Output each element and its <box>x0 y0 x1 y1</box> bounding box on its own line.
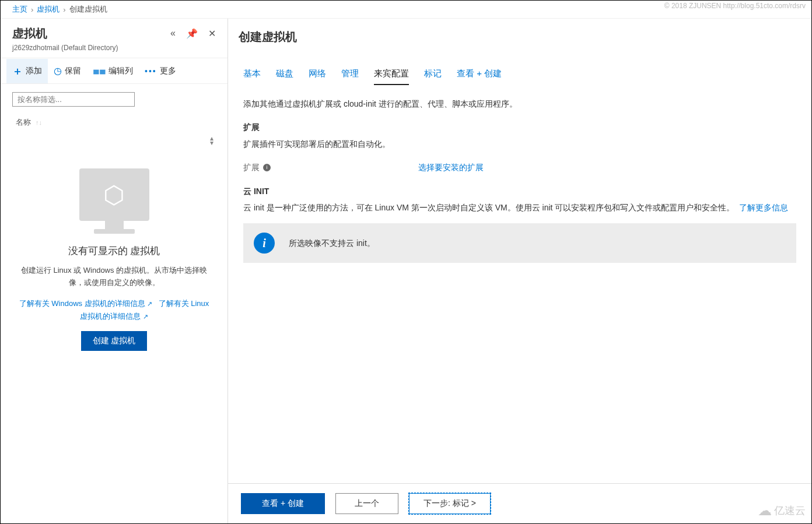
chevron-right-icon: › <box>31 5 33 14</box>
close-icon[interactable]: ✕ <box>208 28 216 39</box>
cube-icon: ⬡ <box>103 181 125 209</box>
toolbar-label: 更多 <box>160 66 176 76</box>
tab-disk[interactable]: 磁盘 <box>276 68 293 85</box>
clock-icon <box>54 65 62 76</box>
empty-description: 创建运行 Linux 或 Windows 的虚拟机。从市场中选择映像，或使用自定… <box>12 265 216 289</box>
empty-state: ⬡ 没有可显示的 虚拟机 创建运行 Linux 或 Windows 的虚拟机。从… <box>1 145 228 363</box>
add-button[interactable]: ＋ 添加 <box>6 59 48 83</box>
cloudinit-heading: 云 INIT <box>243 185 796 198</box>
collapse-icon[interactable]: « <box>170 28 176 39</box>
learn-more-link[interactable]: 了解更多信息 <box>739 203 788 212</box>
tab-basic[interactable]: 基本 <box>243 68 261 85</box>
logo-watermark: 亿速云 <box>758 502 806 519</box>
create-vm-panel: 创建虚拟机 基本 磁盘 网络 管理 来宾配置 标记 查看 + 创建 添加其他通过… <box>228 19 811 523</box>
page-title: 创建虚拟机 <box>228 29 811 68</box>
edit-columns-button[interactable]: ≣≣ 编辑列 <box>87 59 139 83</box>
monitor-icon: ⬡ <box>74 168 155 234</box>
next-button[interactable]: 下一步: 标记 > <box>409 493 491 514</box>
column-label: 名称 <box>16 117 31 128</box>
vm-list-panel: 虚拟机 « 📌 ✕ j2629zdhotmail (Default Direct… <box>1 19 228 523</box>
tab-content: 添加其他通过虚拟机扩展或 cloud-init 进行的配置、代理、脚本或应用程序… <box>228 86 811 483</box>
dots-icon: ••• <box>145 66 157 76</box>
cloudinit-desc: 云 init 是一种广泛使用的方法，可在 Linux VM 第一次启动时自定义该… <box>243 201 796 214</box>
cloudinit-desc-text: 云 init 是一种广泛使用的方法，可在 Linux VM 第一次启动时自定义该… <box>243 203 734 212</box>
previous-button[interactable]: 上一个 <box>335 493 398 514</box>
panel-subtitle: j2629zdhotmail (Default Directory) <box>1 44 228 58</box>
tab-network[interactable]: 网络 <box>309 68 326 85</box>
wizard-footer: 查看 + 创建 上一个 下一步: 标记 > <box>228 483 811 523</box>
info-banner: i 所选映像不支持云 init。 <box>243 223 796 263</box>
plus-icon: ＋ <box>12 66 23 76</box>
more-button[interactable]: ••• 更多 <box>139 59 182 83</box>
extensions-label: 扩展 i <box>243 161 418 174</box>
keep-button[interactable]: 保留 <box>48 58 87 83</box>
banner-text: 所选映像不支持云 init。 <box>289 237 375 249</box>
toolbar-label: 保留 <box>65 66 81 76</box>
scroll-indicator[interactable]: ▴▾ <box>1 136 228 145</box>
breadcrumb-current: 创建虚拟机 <box>69 4 107 15</box>
info-circle-icon: i <box>254 233 275 254</box>
extensions-heading: 扩展 <box>243 121 796 133</box>
select-extensions-link[interactable]: 选择要安装的扩展 <box>418 161 484 174</box>
columns-icon: ≣≣ <box>93 66 106 76</box>
chevron-right-icon: › <box>63 5 65 14</box>
review-create-button[interactable]: 查看 + 创建 <box>241 493 325 514</box>
wizard-tabs: 基本 磁盘 网络 管理 来宾配置 标记 查看 + 创建 <box>228 68 811 86</box>
pin-icon[interactable]: 📌 <box>186 28 198 39</box>
extensions-desc: 扩展插件可实现部署后的配置和自动化。 <box>243 138 796 150</box>
form-label-text: 扩展 <box>243 161 260 174</box>
breadcrumb-home[interactable]: 主页 <box>12 4 27 15</box>
tab-manage[interactable]: 管理 <box>341 68 359 85</box>
column-header-name[interactable]: 名称 ↑↓ <box>1 109 228 136</box>
tab-review[interactable]: 查看 + 创建 <box>457 68 502 85</box>
empty-title: 没有可显示的 虚拟机 <box>12 244 216 258</box>
watermark-text: © 2018 ZJUNSEN http://blog.51cto.com/rds… <box>664 2 806 10</box>
sort-icon: ↑↓ <box>36 119 42 126</box>
toolbar: ＋ 添加 保留 ≣≣ 编辑列 ••• 更多 <box>1 58 228 84</box>
logo-text: 亿速云 <box>774 504 806 518</box>
breadcrumb-vm[interactable]: 虚拟机 <box>37 4 60 15</box>
filter-input[interactable] <box>12 92 135 107</box>
intro-text: 添加其他通过虚拟机扩展或 cloud-init 进行的配置、代理、脚本或应用程序… <box>243 97 796 110</box>
tab-tags[interactable]: 标记 <box>424 68 442 85</box>
cloud-icon <box>758 502 772 519</box>
learn-windows-link[interactable]: 了解有关 Windows 虚拟机的详细信息 <box>19 299 152 308</box>
panel-title: 虚拟机 <box>12 26 170 41</box>
create-vm-button[interactable]: 创建 虚拟机 <box>81 331 148 351</box>
toolbar-label: 添加 <box>26 66 42 76</box>
info-icon[interactable]: i <box>263 164 271 171</box>
tab-guest-config[interactable]: 来宾配置 <box>374 68 409 85</box>
toolbar-label: 编辑列 <box>108 66 133 76</box>
